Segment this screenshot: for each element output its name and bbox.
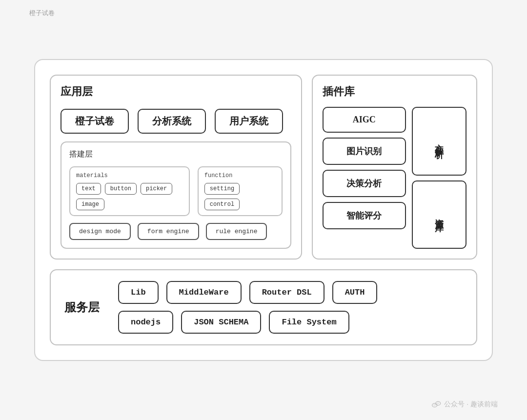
build-layer: 搭建层 materials text button picker image (61, 141, 291, 249)
service-file-system: File System (269, 311, 349, 334)
rule-engine-btn: rule engine (206, 223, 267, 240)
function-box: function setting control (198, 166, 283, 216)
plugin-decision: 决策分析 (323, 170, 406, 197)
service-layer: 服务层 Lib MiddleWare Router DSL AUTH nodej… (50, 269, 477, 345)
service-middleware: MiddleWare (166, 281, 242, 304)
svg-point-4 (437, 403, 438, 404)
material-picker: picker (141, 183, 172, 195)
plugin-left: AIGC 图片识别 决策分析 智能评分 (323, 107, 406, 249)
plugin-library-title: 插件库 (323, 84, 466, 99)
plugin-library: 插件库 AIGC 图片识别 决策分析 智能评分 文件解析 资源库 (312, 75, 477, 260)
plugin-file-parse: 文件解析 (412, 107, 466, 176)
service-row-1: Lib MiddleWare Router DSL AUTH (118, 281, 463, 304)
function-control: control (204, 199, 240, 210)
plugin-resource-lib: 资源库 (412, 180, 466, 249)
service-buttons: Lib MiddleWare Router DSL AUTH nodejs JS… (118, 281, 463, 334)
plugin-right: 文件解析 资源库 (412, 107, 466, 249)
svg-point-2 (434, 404, 435, 405)
materials-box: materials text button picker image (69, 166, 190, 216)
service-nodejs: nodejs (118, 311, 173, 334)
plugin-inner: AIGC 图片识别 决策分析 智能评分 文件解析 资源库 (323, 107, 466, 249)
build-layer-title: 搭建层 (69, 149, 283, 160)
application-layer: 应用层 橙子试卷 分析系统 用户系统 搭建层 materials text (50, 75, 302, 260)
application-layer-title: 应用层 (61, 84, 291, 99)
app-btn-chengzi: 橙子试卷 (61, 109, 129, 134)
materials-label: materials (76, 172, 183, 179)
function-setting: setting (204, 183, 240, 195)
svg-point-5 (438, 403, 439, 404)
main-card: 应用层 橙子试卷 分析系统 用户系统 搭建层 materials text (34, 59, 493, 361)
service-json-schema: JSON SCHEMA (181, 311, 261, 334)
material-text: text (76, 183, 101, 195)
function-label: function (204, 172, 276, 179)
service-lib: Lib (118, 281, 159, 304)
design-mode-btn: design mode (69, 223, 131, 240)
svg-point-0 (432, 403, 437, 407)
svg-point-1 (436, 401, 441, 405)
function-items: setting control (204, 183, 276, 210)
wechat-icon (431, 400, 441, 409)
plugin-aigc: AIGC (323, 107, 406, 133)
app-btn-analysis: 分析系统 (138, 109, 206, 134)
service-router-dsl: Router DSL (249, 281, 324, 304)
watermark-bottom: 公众号 · 趣谈前端 (431, 400, 498, 409)
plugin-image-recognition: 图片识别 (323, 138, 406, 165)
svg-point-3 (435, 404, 436, 405)
app-buttons-row: 橙子试卷 分析系统 用户系统 (61, 109, 291, 134)
materials-items: text button picker image (76, 183, 183, 210)
app-btn-user: 用户系统 (215, 109, 283, 134)
watermark-top: 橙子试卷 (29, 9, 55, 18)
materials-function-row: materials text button picker image funct… (69, 166, 283, 216)
material-image: image (76, 199, 104, 210)
top-row: 应用层 橙子试卷 分析系统 用户系统 搭建层 materials text (50, 75, 477, 260)
service-row-2: nodejs JSON SCHEMA File System (118, 311, 463, 334)
service-layer-title: 服务层 (64, 300, 100, 315)
page-container: 橙子试卷 应用层 橙子试卷 分析系统 用户系统 搭建层 mate (0, 0, 527, 420)
form-engine-btn: form engine (138, 223, 199, 240)
plugin-smart-score: 智能评分 (323, 202, 406, 229)
material-button: button (105, 183, 137, 195)
service-auth: AUTH (332, 281, 378, 304)
design-row: design mode form engine rule engine (69, 223, 283, 240)
